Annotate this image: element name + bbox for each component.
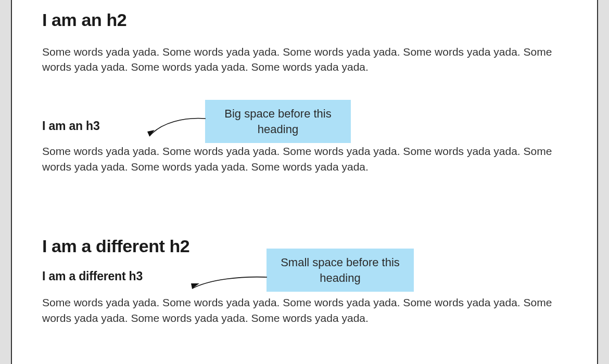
svg-marker-1: [191, 283, 199, 289]
paragraph-2: Some words yada yada. Some words yada ya…: [42, 144, 567, 174]
annotation-callout-1: Big space before this heading: [205, 100, 351, 143]
heading-h2-1: I am an h2: [42, 9, 567, 31]
paragraph-3: Some words yada yada. Some words yada ya…: [42, 295, 567, 326]
page: I am an h2 Some words yada yada. Some wo…: [11, 0, 598, 364]
paragraph-1: Some words yada yada. Some words yada ya…: [42, 44, 567, 75]
annotation-callout-2: Small space before this heading: [267, 249, 414, 292]
